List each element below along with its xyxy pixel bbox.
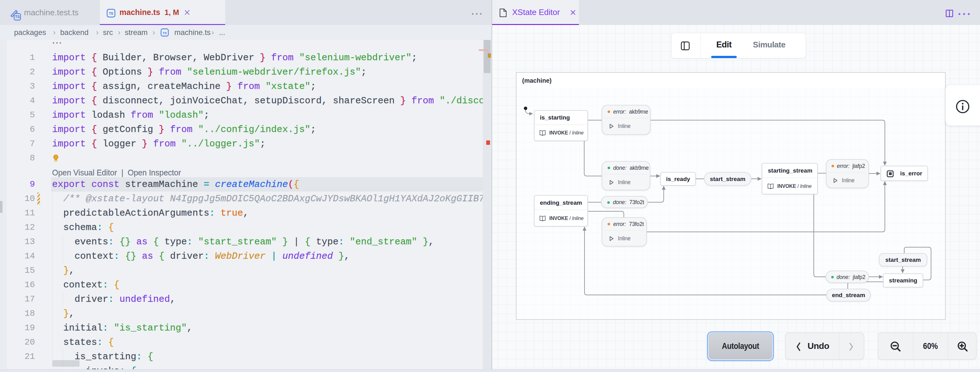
svg-text:TS: TS [163,31,167,35]
svg-text:TS: TS [109,11,113,15]
svg-text:TS: TS [15,15,20,19]
